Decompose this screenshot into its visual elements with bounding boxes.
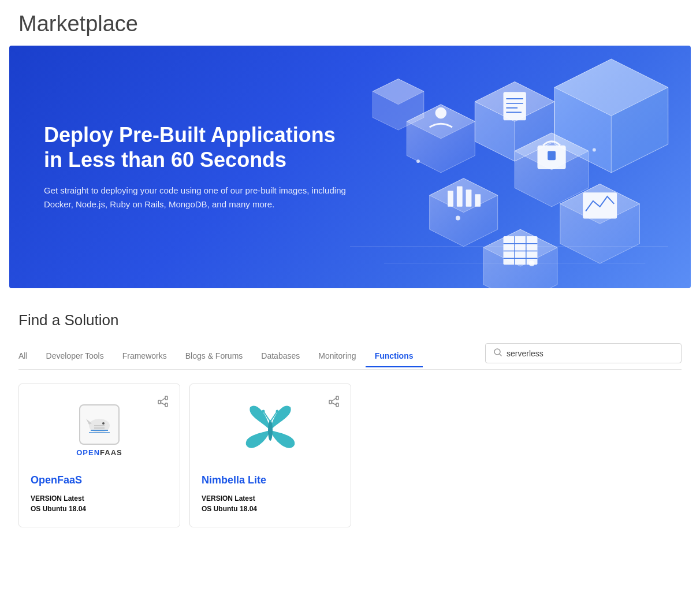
tab-developer-tools[interactable]: Developer Tools <box>37 345 113 367</box>
card-nimbella: Nimbella Lite VERSION Latest OS Ubuntu 1… <box>189 384 351 527</box>
svg-point-56 <box>102 422 105 425</box>
svg-rect-59 <box>329 400 332 404</box>
tab-all[interactable]: All <box>18 345 37 367</box>
svg-point-66 <box>262 410 265 413</box>
nimbella-icon <box>241 404 299 456</box>
tab-functions[interactable]: Functions <box>366 345 423 367</box>
filter-row: All Developer Tools Frameworks Blogs & F… <box>18 343 682 370</box>
svg-rect-61 <box>336 403 338 407</box>
svg-rect-24 <box>466 189 472 207</box>
share-button-nimbella[interactable] <box>326 393 341 412</box>
svg-rect-8 <box>504 92 526 120</box>
svg-point-68 <box>276 410 279 413</box>
card-version-openfaas: VERSION Latest <box>31 494 168 503</box>
svg-point-41 <box>416 159 420 163</box>
card-title-openfaas[interactable]: OpenFaaS <box>31 474 168 486</box>
find-solution-section: Find a Solution All Developer Tools Fram… <box>9 288 691 539</box>
card-openfaas: OPENFAAS OpenFaaS VERSION Latest OS Ubun… <box>18 384 180 527</box>
svg-line-50 <box>161 398 165 401</box>
filter-tabs: All Developer Tools Frameworks Blogs & F… <box>18 345 423 367</box>
svg-rect-22 <box>448 191 453 207</box>
svg-line-46 <box>500 354 501 356</box>
svg-rect-60 <box>336 396 338 400</box>
hero-subtitle: Get straight to deploying your code usin… <box>44 184 349 211</box>
search-input[interactable] <box>507 349 673 358</box>
svg-line-62 <box>332 398 336 401</box>
svg-rect-28 <box>583 192 617 218</box>
svg-rect-48 <box>165 396 167 400</box>
search-icon <box>494 348 502 358</box>
page-title: Marketplace <box>9 0 691 46</box>
svg-rect-49 <box>165 403 167 407</box>
svg-point-39 <box>456 216 460 221</box>
svg-line-63 <box>332 403 336 405</box>
svg-rect-23 <box>457 186 463 206</box>
tab-monitoring[interactable]: Monitoring <box>309 345 365 367</box>
openfaas-logo-area: OPENFAAS <box>31 396 168 465</box>
cards-grid: OPENFAAS OpenFaaS VERSION Latest OS Ubun… <box>18 384 682 527</box>
svg-point-64 <box>268 420 273 441</box>
card-title-nimbella[interactable]: Nimbella Lite <box>202 474 339 486</box>
tab-frameworks[interactable]: Frameworks <box>113 345 176 367</box>
nimbella-logo-area <box>202 396 339 465</box>
hero-title: Deploy Pre-Built Applications in Less th… <box>44 122 349 172</box>
svg-rect-25 <box>475 194 481 207</box>
section-title: Find a Solution <box>18 311 682 329</box>
hero-banner: Deploy Pre-Built Applications in Less th… <box>9 46 691 288</box>
search-box <box>485 343 682 363</box>
svg-rect-47 <box>158 400 161 404</box>
svg-point-15 <box>435 107 447 119</box>
card-os-openfaas: OS Ubuntu 18.04 <box>31 505 168 513</box>
openfaas-icon <box>79 404 120 445</box>
svg-rect-19 <box>548 151 556 160</box>
tab-databases[interactable]: Databases <box>252 345 309 367</box>
svg-rect-31 <box>504 236 538 265</box>
hero-content: Deploy Pre-Built Applications in Less th… <box>9 88 384 246</box>
card-version-nimbella: VERSION Latest <box>202 494 339 503</box>
card-os-nimbella: OS Ubuntu 18.04 <box>202 505 339 513</box>
tab-blogs-forums[interactable]: Blogs & Forums <box>176 345 252 367</box>
svg-point-42 <box>593 148 596 152</box>
svg-line-51 <box>161 403 165 405</box>
openfaas-brand-text: OPENFAAS <box>76 448 122 457</box>
share-button-openfaas[interactable] <box>155 393 170 412</box>
